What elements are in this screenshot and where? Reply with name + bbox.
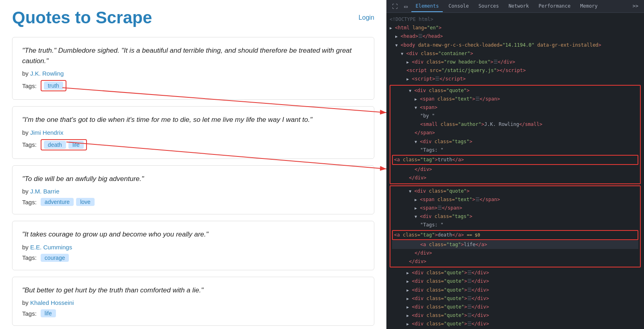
quote-author-link[interactable]: J.M. Barrie [30,188,60,195]
quote-text: "It takes courage to grow up and become … [22,229,364,240]
dt-span-by1[interactable]: ▼ <span> [392,103,638,112]
devtools-tab-memory[interactable]: Memory [576,1,601,12]
dt-div-quote5[interactable]: ▶ <div class="quote">☰</div> [390,286,641,294]
left-panel: Quotes to Scrape Login "The truth." Dumb… [0,0,386,329]
dt-tags-text2: "Tags: " [392,221,638,229]
dt-div-tags2-close: </div> [392,249,638,257]
dt-div-quote4[interactable]: ▶ <div class="quote">☰</div> [390,277,641,286]
devtools-tabs: ⛶ ▭ Elements Console Sources Network Per… [386,0,644,13]
dt-div-quote1-close: </div> [392,174,638,182]
dt-a-truth[interactable]: <a class="tag">truth</a> [392,155,638,165]
quote-author-link[interactable]: J.K. Rowling [30,70,64,77]
devtools-tab-sources[interactable]: Sources [475,1,503,12]
dt-text-by1: "by " [392,112,638,120]
quote-text: "I'm the one that's got to die when it's… [22,115,364,125]
tag-badge[interactable]: life [41,309,56,317]
dt-html[interactable]: ▶ <html lang="en"> [390,24,641,32]
quote-text: "To die will be an awfully big adventure… [22,174,364,184]
quote-card: "To die will be an awfully big adventure… [12,165,374,215]
tag-badge[interactable]: courage [41,254,69,262]
quote-author-line: by J.K. Rowling [22,70,364,77]
dt-doctype: <!DOCTYPE html> [390,15,641,24]
dt-div-container[interactable]: ▼ <div class="container"> [390,49,641,58]
dt-div-quote8[interactable]: ▶ <div class="quote">☰</div> [390,311,641,320]
dt-div-quote2[interactable]: ▼ <div class="quote"> [392,187,638,195]
devtools-tab-more[interactable]: >> [630,2,641,11]
devtools-icon-device[interactable]: ▭ [402,2,410,11]
dt-span-text2[interactable]: ▶ <span class="text">☰</span> [392,195,638,204]
site-title: Quotes to Scrape [12,8,152,27]
quote-tags-line: Tags: life [22,309,364,317]
quote-tags-line: Tags: adventure love [22,198,364,206]
quote-card: "It takes courage to grow up and become … [12,221,374,270]
quote-card: "But better to get hurt by the truth tha… [12,277,374,326]
dt-tags-text1: "Tags: " [392,146,638,154]
quote-tags-line: Tags: truth [22,80,364,91]
dt-div-quote3[interactable]: ▶ <div class="quote">☰</div> [390,269,641,277]
dt-div-tags1-open[interactable]: ▼ <div class="tags"> [392,138,638,146]
quote-author-line: by Khaled Hosseini [22,299,364,306]
devtools-tab-elements[interactable]: Elements [411,1,443,12]
quote-author-line: by Jimi Hendrix [22,129,364,136]
login-link[interactable]: Login [359,14,374,21]
dt-highlight-quote2: ▼ <div class="quote"> ▶ <span class="tex… [390,185,641,268]
dt-div-quote9[interactable]: ▶ <div class="quote">☰</div> [390,320,641,328]
quote-author-line: by E.E. Cummings [22,244,364,251]
quote-card: "I'm the one that's got to die when it's… [12,106,374,159]
quote-tags-line: Tags: courage [22,254,364,262]
dt-div-quote6[interactable]: ▶ <div class="quote">☰</div> [390,294,641,303]
dt-div-header-box[interactable]: ▶ <div class="row header-box">☰</div> [390,58,641,66]
dt-a-death[interactable]: <a class="tag">death</a> == $0 [392,230,638,240]
dt-span-text1[interactable]: ▶ <span class="text">☰</span> [392,95,638,103]
dt-div-quote2-close: </div> [392,257,638,266]
devtools-panel: ⛶ ▭ Elements Console Sources Network Per… [386,0,644,329]
dt-div-tags2-open[interactable]: ▼ <div class="tags"> [392,212,638,221]
quote-text: "But better to get hurt by the truth tha… [22,285,364,296]
site-header: Quotes to Scrape Login [12,8,374,27]
quote-text: "The truth." Dumbledore sighed. "It is a… [22,45,364,66]
tag-box-outline: truth [41,80,66,91]
quote-card: "The truth." Dumbledore sighed. "It is a… [12,37,374,100]
tag-badge[interactable]: adventure [41,198,74,206]
tag-box-outline: death life [41,139,87,150]
quote-author-link[interactable]: E.E. Cummings [30,244,72,251]
dt-script[interactable]: <script src="/static/jquery.js"></script… [390,66,641,75]
dt-script-2[interactable]: ▶ <script>☰</script> [390,75,641,83]
dt-highlight-quote1: ▼ <div class="quote"> ▶ <span class="tex… [390,85,641,184]
dt-span-by2[interactable]: ▶ <span>☰</span> [392,204,638,212]
dt-body-open[interactable]: ▼ <body data-new-gr-c-s-check-loaded="14… [390,41,641,49]
tag-badge[interactable]: life [68,141,84,149]
devtools-tab-network[interactable]: Network [504,1,533,12]
devtools-content: <!DOCTYPE html> ▶ <html lang="en"> ▶ <he… [386,13,644,329]
dt-small-author1[interactable]: <small class="author">J.K. Rowling</smal… [392,120,638,129]
quote-tags-line: Tags: death life [22,139,364,150]
tag-badge[interactable]: love [76,198,95,206]
quote-author-line: by J.M. Barrie [22,188,364,195]
quote-author-link[interactable]: Khaled Hosseini [30,299,74,306]
dt-div-tags1-close: </div> [392,165,638,174]
devtools-tab-console[interactable]: Console [444,1,473,12]
tag-badge[interactable]: truth [44,82,63,90]
dt-a-life[interactable]: <a class="tag">life</a> [392,241,638,249]
devtools-icon-inspect[interactable]: ⛶ [390,2,400,11]
dt-head[interactable]: ▶ <head>☰</head> [390,32,641,41]
dt-span-close1: </span> [392,129,638,137]
tag-badge[interactable]: death [44,141,66,149]
dt-div-quote1[interactable]: ▼ <div class="quote"> [392,86,638,95]
devtools-tab-performance[interactable]: Performance [535,1,574,12]
dt-div-quote7[interactable]: ▶ <div class="quote">☰</div> [390,303,641,311]
quote-author-link[interactable]: Jimi Hendrix [30,129,64,136]
